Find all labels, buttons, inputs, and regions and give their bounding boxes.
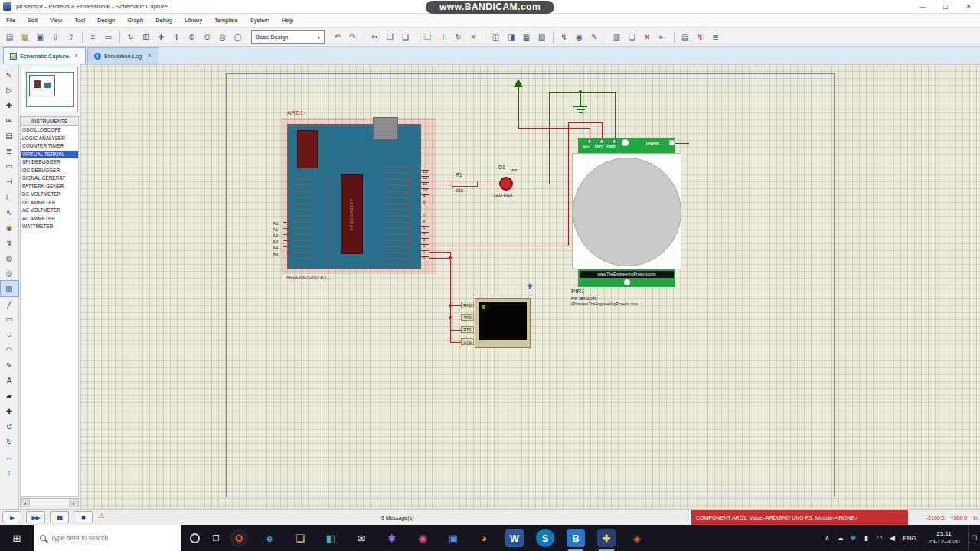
cut-icon[interactable]: ✂ <box>368 30 382 44</box>
close-icon[interactable]: ✕ <box>147 53 152 59</box>
open-design-icon[interactable]: ▦ <box>18 30 32 44</box>
virtual-instruments-tool[interactable]: ▥ <box>1 281 18 296</box>
instrument-item[interactable]: DC AMMETER <box>21 199 78 207</box>
wire-segment[interactable] <box>450 252 451 342</box>
device-pin-tool[interactable]: ⊢ <box>1 189 18 204</box>
menu-item[interactable]: View <box>44 14 68 28</box>
terminal-tool[interactable]: ⊣ <box>1 174 18 189</box>
erc-icon[interactable]: ↯ <box>693 30 707 44</box>
text-script-tool[interactable]: ▤ <box>1 128 18 143</box>
arduino-ref-label[interactable]: ARD1 <box>287 109 303 116</box>
wire-segment[interactable] <box>568 122 602 123</box>
wire-segment[interactable] <box>549 92 550 184</box>
scroll-right-icon[interactable]: ▸ <box>70 499 78 507</box>
packaging-icon[interactable]: ▦ <box>519 30 534 44</box>
menu-item[interactable]: Edit <box>21 14 44 28</box>
copy-icon[interactable]: ❐ <box>383 30 397 44</box>
tape-recorder-tool[interactable]: ◉ <box>1 220 18 235</box>
maximize-button[interactable]: ▢ <box>934 0 957 13</box>
pan-icon[interactable]: ✛ <box>169 30 184 44</box>
wire-segment[interactable] <box>450 318 462 318</box>
instrument-item[interactable]: SPI DEBUGGER <box>21 158 78 167</box>
sidebar-hscrollbar[interactable]: ◂ ▸ <box>20 498 79 507</box>
wire-segment[interactable] <box>675 143 689 144</box>
tab-schematic-capture[interactable]: Schematic Capture ✕ <box>3 47 86 64</box>
current-probe-tool[interactable]: ◎ <box>1 266 18 281</box>
wire-segment[interactable] <box>513 184 550 184</box>
close-icon[interactable]: ✕ <box>74 53 79 59</box>
paste-icon[interactable]: ❏ <box>398 30 413 44</box>
menu-item[interactable]: Library <box>178 14 208 28</box>
wire-segment[interactable] <box>478 184 499 184</box>
wire-segment[interactable] <box>568 122 569 246</box>
bom-icon[interactable]: ▤ <box>678 30 692 44</box>
block-move-icon[interactable]: ✛ <box>436 30 450 44</box>
volume-icon[interactable]: ◀ <box>886 534 899 542</box>
wire-autorouter-icon[interactable]: ↯ <box>557 30 571 44</box>
menu-item[interactable]: File <box>0 14 21 28</box>
make-device-icon[interactable]: ◨ <box>504 30 518 44</box>
instrument-item[interactable]: SIGNAL GENERAT <box>21 174 78 183</box>
grid-toggle-icon[interactable]: ⊞ <box>139 30 153 44</box>
taskbar-clock[interactable]: 23:11 23-12-2020 <box>920 530 968 546</box>
warning-icon[interactable]: ⚠ <box>98 511 105 520</box>
decompose-icon[interactable]: ▧ <box>534 30 549 44</box>
redraw-icon[interactable]: ↻ <box>123 30 138 44</box>
menu-item[interactable]: System <box>244 14 276 28</box>
resistor-component[interactable] <box>452 181 478 187</box>
subcircuit-tool[interactable]: ▭ <box>1 158 18 174</box>
taskbar-search[interactable] <box>34 525 181 551</box>
resistor-ref-label[interactable]: R1 <box>456 172 462 178</box>
led-value-label[interactable]: LED-RED <box>494 193 512 197</box>
wire-segment[interactable] <box>450 330 462 331</box>
wire-segment[interactable] <box>518 87 519 128</box>
wire-segment[interactable] <box>450 342 462 343</box>
file-explorer-icon[interactable]: ❏ <box>291 529 309 547</box>
power-terminal[interactable] <box>514 79 523 87</box>
app-icon[interactable]: ✱ <box>383 529 401 547</box>
voltage-probe-tool[interactable]: ◍ <box>1 250 18 266</box>
menu-item[interactable]: Tool <box>68 14 91 28</box>
ground-symbol[interactable] <box>573 106 587 107</box>
new-sheet-icon[interactable]: ❏ <box>625 30 639 44</box>
instrument-item[interactable]: VIRTUAL TERMIN <box>21 151 78 159</box>
netlist-icon[interactable]: ≣ <box>708 30 723 44</box>
pir-type-label[interactable]: PIR SENSOR2 <box>571 296 597 301</box>
word-icon[interactable]: W <box>505 529 524 547</box>
undo-icon[interactable]: ↶ <box>330 30 345 44</box>
2d-box-tool[interactable]: ▭ <box>1 311 18 327</box>
redo-icon[interactable]: ↷ <box>345 30 360 44</box>
instrument-item[interactable]: OSCILLOSCOPE <box>21 126 78 135</box>
search-tag-icon[interactable]: ◉ <box>572 30 586 44</box>
instrument-item[interactable]: AC AMMETER <box>21 215 78 223</box>
led-component[interactable] <box>499 177 513 191</box>
firefox-icon[interactable]: ◕ <box>475 529 493 547</box>
menu-item[interactable]: Debug <box>149 14 178 28</box>
wire-segment[interactable] <box>549 92 615 93</box>
2d-path-tool[interactable]: ✎ <box>1 357 18 373</box>
zoom-all-icon[interactable]: ◎ <box>215 30 230 44</box>
instrument-item[interactable]: DC VOLTMETER <box>21 191 78 199</box>
play-button[interactable]: ▶ <box>2 511 21 523</box>
cortana-button[interactable] <box>184 525 205 551</box>
instrument-item[interactable]: PATTERN GENER <box>21 183 78 191</box>
menu-item[interactable]: Template <box>208 14 243 28</box>
2d-line-tool[interactable]: ╱ <box>1 296 18 311</box>
2d-circle-tool[interactable]: ○ <box>1 327 18 342</box>
wire-segment[interactable] <box>615 92 616 140</box>
wire-segment[interactable] <box>580 92 581 106</box>
junction-dot-tool[interactable]: ✚ <box>1 97 18 112</box>
close-button[interactable]: ✕ <box>957 0 980 13</box>
menu-item[interactable]: Design <box>91 14 121 28</box>
import-icon[interactable]: ⇩ <box>48 30 63 44</box>
app-icon[interactable]: ◉ <box>413 529 432 547</box>
mirror-v-tool[interactable]: ↕ <box>1 465 18 480</box>
zoom-area-icon[interactable]: ▢ <box>230 30 245 44</box>
minimize-button[interactable]: — <box>911 0 934 13</box>
dropbox-icon[interactable]: ❖ <box>847 534 860 542</box>
instrument-item[interactable]: WATTMETER <box>21 223 78 231</box>
network-icon[interactable]: ◠ <box>873 534 886 542</box>
scroll-track[interactable] <box>29 499 70 507</box>
property-assign-icon[interactable]: ✎ <box>587 30 602 44</box>
export-icon[interactable]: ⇧ <box>64 30 78 44</box>
